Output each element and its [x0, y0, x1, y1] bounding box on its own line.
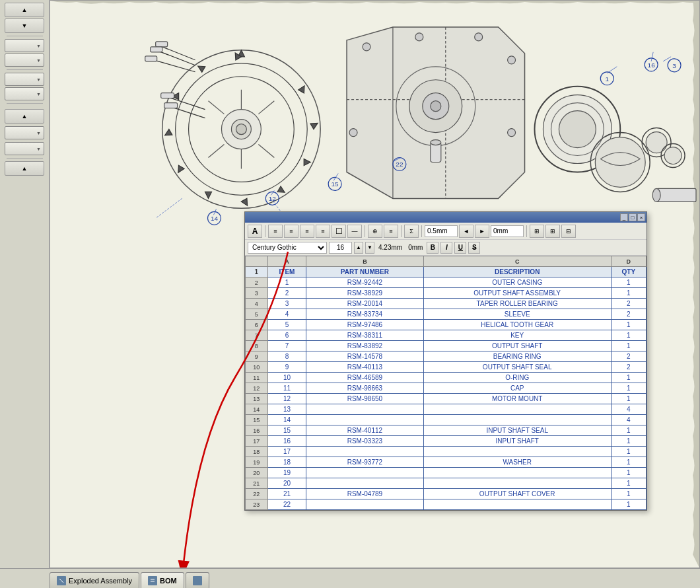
toolbar-dropdown-5[interactable]: ▼ — [5, 126, 44, 139]
description-cell: WASHER — [423, 457, 611, 468]
chevron-down-icon-4: ▼ — [36, 92, 41, 96]
toolbar-btn-4[interactable]: ▲ — [5, 161, 44, 176]
font-size-down-button[interactable]: ▼ — [365, 242, 374, 254]
font-size-up-button[interactable]: ▲ — [354, 242, 363, 254]
qty-header: QTY — [611, 267, 646, 277]
qty-cell: 1 — [611, 320, 646, 330]
table-row[interactable]: 1918RSM-93772WASHER1 — [246, 457, 647, 468]
row-number: 23 — [246, 499, 268, 510]
toolbar-btn-3[interactable]: ▲ — [5, 109, 44, 124]
bold-button[interactable]: B — [427, 242, 438, 254]
part-number-cell: RSM-04789 — [306, 489, 424, 499]
row-number: 11 — [246, 373, 268, 383]
svg-rect-2 — [156, 42, 168, 47]
svg-point-38 — [646, 132, 667, 153]
stroke-right-button[interactable]: ► — [475, 225, 489, 238]
maximize-button[interactable]: □ — [629, 213, 637, 221]
text-box-button[interactable]: ☐ — [332, 225, 346, 238]
qty-cell: 1 — [611, 425, 646, 436]
part-number-cell: RSM-98650 — [306, 394, 424, 404]
close-button[interactable]: × — [637, 213, 645, 221]
dash-button[interactable]: — — [347, 225, 362, 238]
stroke-width-input[interactable]: 0.5mm — [425, 225, 458, 237]
table-row[interactable]: 32RSM-38929OUTPUT SHAFT ASSEMBLY1 — [246, 288, 647, 299]
row-number: 10 — [246, 362, 268, 373]
description-cell — [423, 404, 611, 415]
font-size-input[interactable]: 16 — [329, 242, 352, 254]
table-row[interactable]: 20191 — [246, 468, 647, 478]
line-spacing-value: 4.23mm — [376, 244, 404, 251]
table-button[interactable]: ⊞ — [545, 225, 560, 238]
justify-button[interactable]: ≡ — [316, 225, 330, 238]
align-right-button[interactable]: ≡ — [300, 225, 314, 238]
svg-point-18 — [236, 124, 246, 135]
description-cell — [423, 468, 611, 478]
font-family-select[interactable]: Century Gothic — [248, 242, 327, 254]
qty-cell: 2 — [611, 362, 646, 373]
tab-extra[interactable] — [186, 572, 209, 588]
bom-panel: _ □ × A ≡ ≡ ≡ ≡ ☐ — ⊕ ≡ Σ 0.5mm ◄ ► 0mm … — [244, 211, 647, 511]
bom-main-toolbar: A ≡ ≡ ≡ ≡ ☐ — ⊕ ≡ Σ 0.5mm ◄ ► 0mm ⊞ ⊞ ⊟ — [245, 223, 647, 240]
underline-button[interactable]: U — [454, 242, 466, 254]
row-number: 18 — [246, 447, 268, 457]
table-row[interactable]: 65RSM-97486HELICAL TOOTH GEAR1 — [246, 320, 647, 330]
part-number-cell: RSM-83892 — [306, 341, 424, 351]
toolbar-dropdown-2[interactable]: ▼ — [5, 54, 44, 67]
item-cell: 8 — [267, 351, 306, 362]
list-button[interactable]: ≡ — [384, 225, 398, 238]
svg-rect-6 — [145, 56, 157, 61]
table-row[interactable]: 43RSM-20014TAPER ROLLER BEARING2 — [246, 299, 647, 309]
toolbar-dropdown-1[interactable]: ▼ — [5, 39, 44, 52]
symbol-button[interactable]: ⊕ — [368, 225, 382, 238]
table-row[interactable]: 14134 — [246, 404, 647, 415]
row-number: 7 — [246, 330, 268, 341]
table-row[interactable]: 23221 — [246, 499, 647, 510]
item-cell: 19 — [267, 468, 306, 478]
offset-input[interactable]: 0mm — [491, 225, 524, 237]
minimize-button[interactable]: _ — [620, 213, 628, 221]
table-row[interactable]: 1211RSM-98663CAP1 — [246, 383, 647, 394]
tab-exploded-assembly[interactable]: Exploded Assembly — [50, 572, 139, 588]
qty-cell: 1 — [611, 330, 646, 341]
align-center-button[interactable]: ≡ — [284, 225, 298, 238]
table-row[interactable]: 109RSM-40113OUTPUT SHAFT SEAL2 — [246, 362, 647, 373]
table-row[interactable]: 21RSM-92442OUTER CASING1 — [246, 277, 647, 288]
table-row[interactable]: 21201 — [246, 478, 647, 489]
item-cell: 5 — [267, 320, 306, 330]
toolbar-dropdown-6[interactable]: ▼ — [5, 142, 44, 155]
table-row[interactable]: 87RSM-83892OUTPUT SHAFT1 — [246, 341, 647, 351]
bom-table-container[interactable]: A B C D 1 ITEM PART NUMBER DESCRIPTION Q… — [245, 256, 647, 510]
table-row[interactable]: 1312RSM-98650MOTOR MOUNT1 — [246, 394, 647, 404]
table-row[interactable]: 76RSM-38311KEY1 — [246, 330, 647, 341]
part-number-cell: RSM-93772 — [306, 457, 424, 468]
toolbar-btn-up[interactable]: ▲ — [5, 3, 44, 17]
table-row[interactable]: 2221RSM-04789OUTPUT SHAFT COVER1 — [246, 489, 647, 499]
text-format-button[interactable]: A — [248, 225, 262, 238]
grid-button[interactable]: ⊞ — [530, 225, 544, 238]
part-number-cell — [306, 447, 424, 457]
compress-button[interactable]: ⊟ — [561, 225, 576, 238]
qty-cell: 1 — [611, 436, 646, 447]
toolbar-dropdown-4[interactable]: ▼ — [5, 87, 44, 100]
stroke-left-button[interactable]: ◄ — [459, 225, 473, 238]
align-left-button[interactable]: ≡ — [268, 225, 283, 238]
table-row[interactable]: 1110RSM-46589O-RING1 — [246, 373, 647, 383]
table-row[interactable]: 98RSM-14578BEARING RING2 — [246, 351, 647, 362]
italic-button[interactable]: I — [440, 242, 452, 254]
toolbar-sep-3 — [7, 103, 43, 104]
toolbar-btn-down[interactable]: ▼ — [5, 18, 44, 33]
table-row[interactable]: 15144 — [246, 415, 647, 425]
table-row[interactable]: 1615RSM-40112INPUT SHAFT SEAL1 — [246, 425, 647, 436]
svg-point-36 — [595, 137, 645, 188]
table-row[interactable]: 1716RSM-03323INPUT SHAFT1 — [246, 436, 647, 447]
table-row[interactable]: 54RSM-83734SLEEVE2 — [246, 309, 647, 320]
col-c-header: C — [423, 256, 611, 267]
toolbar-sep-2 — [7, 69, 43, 70]
table-row[interactable]: 18171 — [246, 447, 647, 457]
toolbar-dropdown-3[interactable]: ▼ — [5, 73, 44, 86]
row-number: 8 — [246, 341, 268, 351]
tab-bom[interactable]: BOM — [141, 572, 184, 588]
strikethrough-button[interactable]: S — [468, 242, 480, 254]
sum-button[interactable]: Σ — [404, 225, 419, 238]
qty-cell: 1 — [611, 468, 646, 478]
